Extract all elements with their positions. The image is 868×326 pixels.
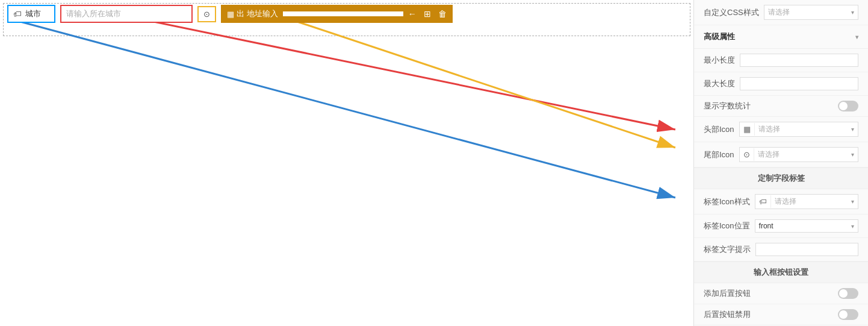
svg-line-5 [18, 21, 675, 198]
second-field-actions: ← ⊞ 🗑 [403, 8, 451, 20]
custom-label-section: 定制字段标签 [694, 168, 868, 189]
label-icon-style-row: 标签Icon样式 🏷 请选择 ▾ [694, 189, 868, 215]
label-icon-position-chevron: ▾ [851, 223, 854, 230]
label-icon-position-value: front [759, 222, 773, 230]
arrows-svg [0, 0, 693, 326]
city-input-block[interactable]: 请输入所在城市 [60, 5, 193, 23]
suffix-btn-disabled-row: 后置按钮禁用 [694, 304, 868, 325]
label-icon-style-prefix: 🏷 [755, 195, 771, 208]
city-field-block: 🏷 城市 [7, 5, 55, 23]
add-suffix-btn-label: 添加后置按钮 [704, 288, 751, 299]
head-icon-row: 头部Icon ▦ 请选择 ▾ [694, 117, 868, 142]
label-icon-position-select[interactable]: front ▾ [755, 219, 858, 233]
min-length-input[interactable] [740, 54, 858, 67]
show-count-toggle[interactable] [838, 101, 858, 111]
delete-btn[interactable]: 🗑 [436, 8, 449, 20]
max-length-label: 最大长度 [704, 78, 735, 89]
head-icon-label: 头部Icon [704, 124, 734, 135]
suffix-btn-disabled-label: 后置按钮禁用 [704, 309, 751, 320]
label-text-hint-row: 标签文字提示 [694, 238, 868, 262]
tail-icon-arrow: ▾ [848, 149, 858, 160]
label-text-hint-input[interactable] [755, 243, 858, 256]
tail-icon-row: 尾部Icon ⊙ 请选择 ▾ [694, 142, 868, 168]
custom-css-select-text: 请选择 [768, 7, 790, 17]
location-icon: ⊙ [203, 10, 210, 19]
min-length-row: 最小长度 [694, 49, 868, 72]
label-icon-position-row: 标签Icon位置 front ▾ [694, 215, 868, 238]
min-length-label: 最小长度 [704, 55, 735, 66]
tail-icon-select[interactable]: ⊙ 请选择 ▾ [739, 147, 858, 162]
custom-css-row: 自定义CSS样式 请选择 ▾ [694, 0, 868, 25]
arrow-left-btn[interactable]: ← [406, 8, 419, 20]
add-suffix-btn-row: 添加后置按钮 [694, 283, 868, 304]
advanced-section-label: 高级属性 [704, 31, 735, 42]
canvas-area: 🏷 城市 请输入所在城市 ⊙ ▦ 出 地址输入 ← ⊞ 🗑 [0, 0, 693, 326]
show-count-label: 显示字数统计 [704, 101, 751, 111]
head-icon-arrow: ▾ [848, 124, 858, 134]
svg-line-4 [296, 21, 675, 148]
city-label: 城市 [25, 8, 41, 19]
label-icon-style-label: 标签Icon样式 [704, 196, 750, 207]
input-button-section-text: 输入框按钮设置 [754, 268, 808, 277]
right-panel: 自定义CSS样式 请选择 ▾ 高级属性 ▾ 最小长度 最大长度 显示字数统计 头… [693, 0, 868, 326]
label-icon-style-text: 请选择 [771, 195, 848, 208]
tail-icon-label: 尾部Icon [704, 149, 734, 160]
copy-btn[interactable]: ⊞ [421, 8, 433, 20]
suffix-btn-disabled-toggle[interactable] [838, 309, 858, 320]
label-icon-style-select[interactable]: 🏷 请选择 ▾ [755, 194, 858, 209]
max-length-row: 最大长度 [694, 72, 868, 96]
city-input-placeholder: 请输入所在城市 [66, 9, 121, 18]
input-button-section: 输入框按钮设置 [694, 262, 868, 283]
second-field-input[interactable] [283, 11, 403, 16]
tail-icon-prefix: ⊙ [740, 148, 754, 161]
city-label-icon: 🏷 [13, 9, 22, 19]
label-text-hint-label: 标签文字提示 [704, 244, 751, 255]
custom-label-section-text: 定制字段标签 [758, 174, 805, 183]
second-field-icon: ▦ [227, 10, 234, 19]
second-field-label: ▦ 出 地址输入 [222, 6, 283, 22]
svg-line-3 [150, 21, 675, 130]
advanced-section-header[interactable]: 高级属性 ▾ [694, 25, 868, 49]
second-field-wrapper: ▦ 出 地址输入 ← ⊞ 🗑 [221, 5, 453, 23]
custom-css-chevron: ▾ [851, 9, 854, 16]
head-icon-prefix: ▦ [740, 123, 755, 136]
label-icon-position-label: 标签Icon位置 [704, 221, 750, 231]
show-count-row: 显示字数统计 [694, 96, 868, 117]
head-icon-select[interactable]: ▦ 请选择 ▾ [739, 122, 858, 137]
custom-css-label: 自定义CSS样式 [704, 7, 759, 18]
add-suffix-btn-toggle[interactable] [838, 288, 858, 299]
advanced-chevron: ▾ [855, 34, 858, 40]
second-field-label-text: 出 地址输入 [237, 8, 278, 19]
label-icon-style-arrow: ▾ [848, 196, 858, 207]
custom-css-select[interactable]: 请选择 ▾ [764, 5, 858, 20]
tail-icon-text: 请选择 [754, 148, 848, 161]
location-icon-block[interactable]: ⊙ [197, 6, 216, 22]
max-length-input[interactable] [740, 77, 858, 90]
toolbar-row: 🏷 城市 请输入所在城市 ⊙ ▦ 出 地址输入 ← ⊞ 🗑 [0, 0, 693, 28]
head-icon-text: 请选择 [755, 122, 848, 136]
